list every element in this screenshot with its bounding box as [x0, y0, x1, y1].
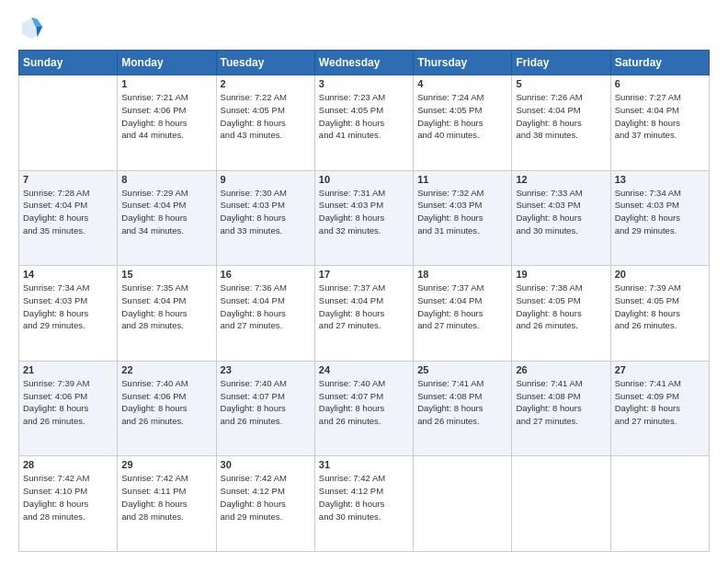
calendar-cell: 28Sunrise: 7:42 AM Sunset: 4:10 PM Dayli…	[19, 456, 118, 552]
calendar-header-row: SundayMondayTuesdayWednesdayThursdayFrid…	[19, 51, 710, 75]
day-info: Sunrise: 7:37 AM Sunset: 4:04 PM Dayligh…	[319, 282, 409, 332]
calendar-cell: 15Sunrise: 7:35 AM Sunset: 4:04 PM Dayli…	[118, 266, 216, 362]
day-info: Sunrise: 7:39 AM Sunset: 4:06 PM Dayligh…	[23, 377, 113, 428]
calendar-cell: 29Sunrise: 7:42 AM Sunset: 4:11 PM Dayli…	[118, 456, 216, 552]
day-info: Sunrise: 7:30 AM Sunset: 4:03 PM Dayligh…	[221, 187, 311, 237]
day-info: Sunrise: 7:26 AM Sunset: 4:04 PM Dayligh…	[516, 91, 606, 142]
day-number: 26	[516, 364, 606, 375]
header-tuesday: Tuesday	[216, 51, 314, 75]
calendar-cell: 20Sunrise: 7:39 AM Sunset: 4:05 PM Dayli…	[610, 266, 709, 362]
day-number: 28	[23, 459, 113, 470]
calendar-cell: 31Sunrise: 7:42 AM Sunset: 4:12 PM Dayli…	[314, 456, 413, 552]
page: SundayMondayTuesdayWednesdayThursdayFrid…	[0, 0, 728, 563]
calendar-week-3: 14Sunrise: 7:34 AM Sunset: 4:03 PM Dayli…	[19, 266, 710, 362]
day-info: Sunrise: 7:33 AM Sunset: 4:03 PM Dayligh…	[516, 187, 606, 237]
day-number: 14	[23, 269, 113, 280]
day-number: 19	[516, 269, 606, 280]
day-number: 22	[121, 364, 211, 375]
calendar-cell: 12Sunrise: 7:33 AM Sunset: 4:03 PM Dayli…	[512, 170, 610, 266]
calendar-cell: 8Sunrise: 7:29 AM Sunset: 4:04 PM Daylig…	[118, 170, 216, 266]
day-info: Sunrise: 7:32 AM Sunset: 4:03 PM Dayligh…	[417, 187, 507, 237]
day-info: Sunrise: 7:42 AM Sunset: 4:10 PM Dayligh…	[23, 472, 113, 523]
day-info: Sunrise: 7:40 AM Sunset: 4:06 PM Dayligh…	[121, 377, 211, 428]
day-info: Sunrise: 7:42 AM Sunset: 4:11 PM Dayligh…	[121, 472, 211, 523]
day-number: 3	[319, 78, 409, 89]
day-number: 2	[221, 78, 311, 89]
day-info: Sunrise: 7:38 AM Sunset: 4:05 PM Dayligh…	[516, 282, 606, 332]
day-info: Sunrise: 7:21 AM Sunset: 4:06 PM Dayligh…	[121, 91, 211, 142]
day-info: Sunrise: 7:41 AM Sunset: 4:09 PM Dayligh…	[615, 377, 705, 428]
calendar-cell: 1Sunrise: 7:21 AM Sunset: 4:06 PM Daylig…	[118, 75, 216, 171]
calendar-cell: 13Sunrise: 7:34 AM Sunset: 4:03 PM Dayli…	[610, 170, 709, 266]
calendar-cell: 24Sunrise: 7:40 AM Sunset: 4:07 PM Dayli…	[314, 361, 413, 456]
calendar-cell	[512, 456, 610, 552]
day-number: 15	[121, 269, 211, 280]
day-info: Sunrise: 7:39 AM Sunset: 4:05 PM Dayligh…	[615, 282, 705, 332]
day-number: 24	[319, 364, 409, 375]
day-info: Sunrise: 7:36 AM Sunset: 4:04 PM Dayligh…	[221, 282, 311, 332]
calendar-cell: 25Sunrise: 7:41 AM Sunset: 4:08 PM Dayli…	[414, 361, 512, 456]
calendar-cell: 27Sunrise: 7:41 AM Sunset: 4:09 PM Dayli…	[610, 361, 709, 456]
header	[18, 15, 710, 40]
calendar-cell: 6Sunrise: 7:27 AM Sunset: 4:04 PM Daylig…	[610, 75, 709, 171]
day-info: Sunrise: 7:22 AM Sunset: 4:05 PM Dayligh…	[221, 91, 311, 142]
calendar-cell: 9Sunrise: 7:30 AM Sunset: 4:03 PM Daylig…	[216, 170, 314, 266]
header-friday: Friday	[512, 51, 610, 75]
day-info: Sunrise: 7:37 AM Sunset: 4:04 PM Dayligh…	[417, 282, 507, 332]
day-info: Sunrise: 7:34 AM Sunset: 4:03 PM Dayligh…	[615, 187, 705, 237]
day-info: Sunrise: 7:41 AM Sunset: 4:08 PM Dayligh…	[516, 377, 606, 428]
logo	[18, 15, 48, 40]
day-info: Sunrise: 7:42 AM Sunset: 4:12 PM Dayligh…	[319, 472, 409, 523]
day-number: 8	[121, 174, 211, 185]
day-number: 12	[516, 174, 606, 185]
day-number: 6	[615, 78, 705, 89]
calendar-cell: 14Sunrise: 7:34 AM Sunset: 4:03 PM Dayli…	[19, 266, 118, 362]
day-number: 25	[417, 364, 507, 375]
day-info: Sunrise: 7:35 AM Sunset: 4:04 PM Dayligh…	[121, 282, 211, 332]
day-info: Sunrise: 7:40 AM Sunset: 4:07 PM Dayligh…	[319, 377, 409, 428]
day-number: 30	[221, 459, 311, 470]
day-info: Sunrise: 7:23 AM Sunset: 4:05 PM Dayligh…	[319, 91, 409, 142]
calendar-cell: 19Sunrise: 7:38 AM Sunset: 4:05 PM Dayli…	[512, 266, 610, 362]
calendar-cell: 10Sunrise: 7:31 AM Sunset: 4:03 PM Dayli…	[314, 170, 413, 266]
calendar-cell: 26Sunrise: 7:41 AM Sunset: 4:08 PM Dayli…	[512, 361, 610, 456]
header-thursday: Thursday	[414, 51, 512, 75]
calendar-cell: 3Sunrise: 7:23 AM Sunset: 4:05 PM Daylig…	[314, 75, 413, 171]
day-info: Sunrise: 7:31 AM Sunset: 4:03 PM Dayligh…	[319, 187, 409, 237]
day-number: 29	[121, 459, 211, 470]
calendar-cell: 5Sunrise: 7:26 AM Sunset: 4:04 PM Daylig…	[512, 75, 610, 171]
day-number: 5	[516, 78, 606, 89]
day-info: Sunrise: 7:34 AM Sunset: 4:03 PM Dayligh…	[23, 282, 113, 332]
calendar-cell: 22Sunrise: 7:40 AM Sunset: 4:06 PM Dayli…	[118, 361, 216, 456]
header-wednesday: Wednesday	[314, 51, 413, 75]
calendar-table: SundayMondayTuesdayWednesdayThursdayFrid…	[18, 50, 710, 552]
calendar-cell: 4Sunrise: 7:24 AM Sunset: 4:05 PM Daylig…	[414, 75, 512, 171]
calendar-cell: 23Sunrise: 7:40 AM Sunset: 4:07 PM Dayli…	[216, 361, 314, 456]
day-number: 31	[319, 459, 409, 470]
header-monday: Monday	[118, 51, 216, 75]
calendar-cell: 2Sunrise: 7:22 AM Sunset: 4:05 PM Daylig…	[216, 75, 314, 171]
day-number: 18	[417, 269, 507, 280]
day-number: 4	[417, 78, 507, 89]
calendar-cell	[19, 75, 118, 171]
calendar-week-2: 7Sunrise: 7:28 AM Sunset: 4:04 PM Daylig…	[19, 170, 710, 266]
day-number: 13	[615, 174, 705, 185]
calendar-cell	[610, 456, 709, 552]
day-info: Sunrise: 7:41 AM Sunset: 4:08 PM Dayligh…	[417, 377, 507, 428]
day-number: 9	[221, 174, 311, 185]
day-number: 10	[319, 174, 409, 185]
calendar-cell	[414, 456, 512, 552]
day-number: 20	[615, 269, 705, 280]
day-info: Sunrise: 7:40 AM Sunset: 4:07 PM Dayligh…	[221, 377, 311, 428]
day-info: Sunrise: 7:24 AM Sunset: 4:05 PM Dayligh…	[417, 91, 507, 142]
header-sunday: Sunday	[19, 51, 118, 75]
calendar-cell: 11Sunrise: 7:32 AM Sunset: 4:03 PM Dayli…	[414, 170, 512, 266]
day-number: 16	[221, 269, 311, 280]
day-number: 27	[615, 364, 705, 375]
day-info: Sunrise: 7:29 AM Sunset: 4:04 PM Dayligh…	[121, 187, 211, 237]
calendar-cell: 7Sunrise: 7:28 AM Sunset: 4:04 PM Daylig…	[19, 170, 118, 266]
logo-icon	[18, 15, 44, 40]
day-info: Sunrise: 7:27 AM Sunset: 4:04 PM Dayligh…	[615, 91, 705, 142]
day-number: 1	[121, 78, 211, 89]
calendar-cell: 16Sunrise: 7:36 AM Sunset: 4:04 PM Dayli…	[216, 266, 314, 362]
